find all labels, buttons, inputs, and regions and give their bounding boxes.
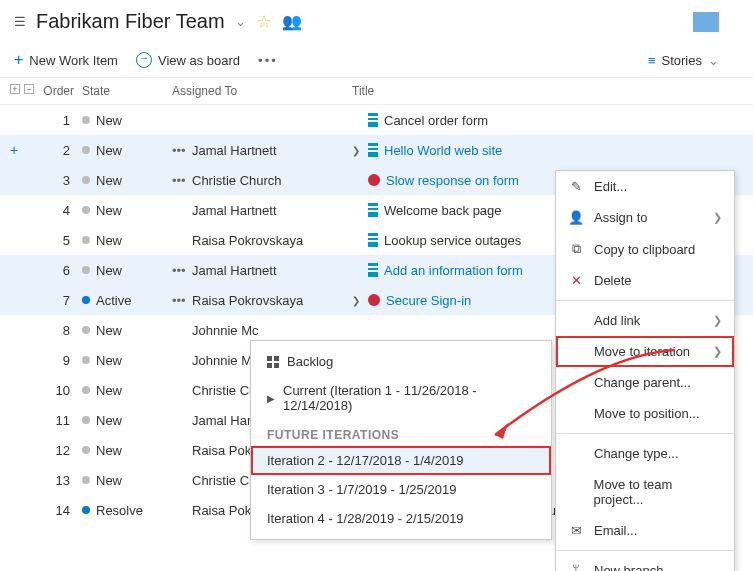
sub-iteration-3[interactable]: Iteration 3 - 1/7/2019 - 1/25/2019 [251, 475, 551, 504]
add-child-icon[interactable]: + [10, 142, 18, 158]
collapse-all-icon[interactable]: − [24, 84, 34, 94]
table-row[interactable]: 1 New Cancel order form [0, 105, 753, 135]
ctx-copy[interactable]: ⧉ Copy to clipboard [556, 233, 734, 265]
team-title[interactable]: Fabrikam Fiber Team [36, 10, 225, 33]
row-order: 6 [40, 263, 82, 278]
row-order: 3 [40, 173, 82, 188]
header: ☰ Fabrikam Fiber Team ⌄ ☆ 👥 [0, 0, 753, 43]
delete-icon: ✕ [568, 273, 584, 288]
separator [556, 300, 734, 301]
row-order: 5 [40, 233, 82, 248]
chevron-down-icon[interactable]: ⌄ [235, 14, 246, 29]
state-dot-icon [82, 296, 90, 304]
row-actions[interactable]: ••• [172, 263, 192, 278]
row-order: 8 [40, 323, 82, 338]
col-assigned[interactable]: Assigned To [172, 84, 352, 98]
stories-filter[interactable]: ≡ Stories ⌄ [648, 53, 719, 68]
ctx-new-branch[interactable]: ᛘ New branch... [556, 555, 734, 571]
separator [556, 433, 734, 434]
col-state[interactable]: State [82, 84, 172, 98]
expand-caret-icon[interactable]: ❯ [352, 295, 368, 306]
row-assigned: Jamal Hartnett [192, 263, 352, 278]
branch-icon: ᛘ [568, 563, 584, 571]
state-dot-icon [82, 116, 90, 124]
chevron-right-icon: ❯ [713, 314, 722, 327]
ctx-move-team[interactable]: Move to team project... [556, 469, 734, 515]
state-dot-icon [82, 266, 90, 274]
row-order: 12 [40, 443, 82, 458]
avatar[interactable] [693, 12, 719, 32]
ctx-edit[interactable]: ✎ Edit... [556, 171, 734, 202]
row-order: 13 [40, 473, 82, 488]
row-title[interactable]: Hello World web site [368, 143, 743, 158]
expand-all-icon[interactable]: + [10, 84, 20, 94]
favorite-icon[interactable]: ☆ [256, 11, 272, 33]
future-iterations-header: FUTURE ITERATIONS [251, 420, 551, 446]
ctx-change-parent[interactable]: Change parent... [556, 367, 734, 398]
state-dot-icon [82, 386, 90, 394]
ctx-email[interactable]: ✉ Email... [556, 515, 734, 546]
sub-iteration-4[interactable]: Iteration 4 - 1/28/2019 - 2/15/2019 [251, 504, 551, 533]
state-dot-icon [82, 446, 90, 454]
team-members-icon[interactable]: 👥 [282, 12, 302, 31]
table-row[interactable]: + 2 New ••• Jamal Hartnett ❯ Hello World… [0, 135, 753, 165]
caret-right-icon: ▶ [267, 393, 275, 404]
row-state: New [82, 113, 172, 128]
user-story-icon [368, 233, 378, 247]
row-assigned: Raisa Pokrovskaya [192, 293, 352, 308]
row-actions[interactable]: ••• [172, 173, 192, 188]
state-dot-icon [82, 506, 90, 514]
ctx-move-to-iteration[interactable]: Move to iteration ❯ [556, 336, 734, 367]
state-dot-icon [82, 176, 90, 184]
new-work-item-label: New Work Item [29, 53, 118, 68]
col-title[interactable]: Title [352, 84, 743, 98]
copy-icon: ⧉ [568, 241, 584, 257]
ctx-move-position[interactable]: Move to position... [556, 398, 734, 429]
pencil-icon: ✎ [568, 179, 584, 194]
row-state: Active [82, 293, 172, 308]
row-order: 2 [40, 143, 82, 158]
sub-current[interactable]: ▶ Current (Iteration 1 - 11/26/2018 - 12… [251, 376, 551, 420]
sub-backlog[interactable]: Backlog [251, 347, 551, 376]
mail-icon: ✉ [568, 523, 584, 538]
state-dot-icon [82, 326, 90, 334]
row-actions[interactable]: ••• [172, 143, 192, 158]
row-actions[interactable]: ••• [172, 293, 192, 308]
row-order: 14 [40, 503, 82, 518]
ctx-add-link[interactable]: Add link ❯ [556, 305, 734, 336]
new-work-item-button[interactable]: + New Work Item [14, 51, 118, 69]
ctx-assign[interactable]: 👤 Assign to ❯ [556, 202, 734, 233]
state-dot-icon [82, 236, 90, 244]
row-order: 4 [40, 203, 82, 218]
row-state: New [82, 413, 172, 428]
bug-icon [368, 294, 380, 306]
row-title[interactable]: Cancel order form [368, 113, 743, 128]
chevron-right-icon: ❯ [713, 211, 722, 224]
chevron-right-icon: ❯ [713, 345, 722, 358]
state-dot-icon [82, 416, 90, 424]
expand-caret-icon[interactable]: ❯ [352, 145, 368, 156]
ctx-delete[interactable]: ✕ Delete [556, 265, 734, 296]
person-icon: 👤 [568, 210, 584, 225]
row-assigned: Jamal Hartnett [192, 143, 352, 158]
row-state: New [82, 353, 172, 368]
state-dot-icon [82, 146, 90, 154]
view-as-board-button[interactable]: View as board [136, 52, 240, 68]
row-state: New [82, 263, 172, 278]
expand-collapse[interactable]: + − [10, 84, 40, 98]
user-story-icon [368, 143, 378, 157]
sub-iteration-2[interactable]: Iteration 2 - 12/17/2018 - 1/4/2019 [251, 446, 551, 475]
ctx-change-type[interactable]: Change type... [556, 438, 734, 469]
more-options-icon[interactable]: ••• [258, 53, 278, 68]
context-menu: ✎ Edit... 👤 Assign to ❯ ⧉ Copy to clipbo… [555, 170, 735, 571]
backlog-icon [267, 356, 279, 368]
row-state: Resolve [82, 503, 172, 518]
table-header: + − Order State Assigned To Title [0, 78, 753, 105]
filter-icon: ≡ [648, 53, 656, 68]
row-state: New [82, 473, 172, 488]
board-icon [136, 52, 152, 68]
row-state: New [82, 323, 172, 338]
col-order[interactable]: Order [40, 84, 82, 98]
row-assigned: Jamal Hartnett [192, 203, 352, 218]
row-state: New [82, 443, 172, 458]
